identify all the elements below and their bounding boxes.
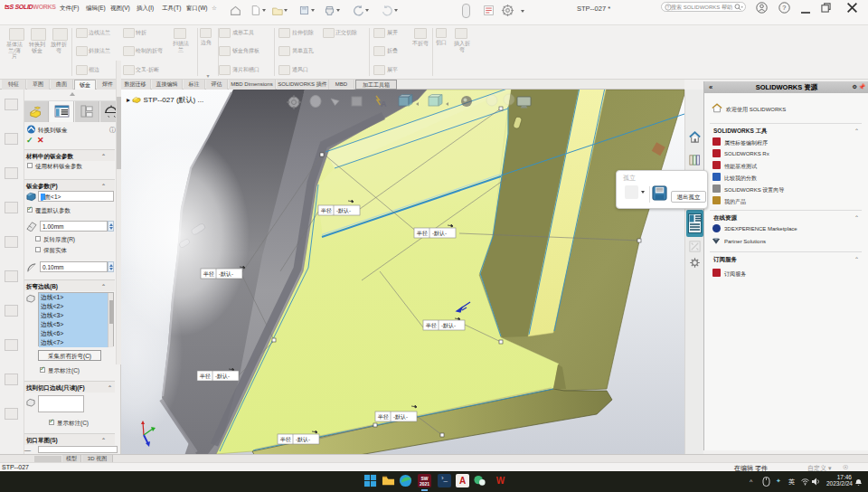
svg-text:半径: 半径	[203, 271, 214, 277]
svg-text:-默认-: -默认-	[215, 374, 230, 379]
svg-text:半径: 半径	[199, 374, 211, 379]
svg-text:半径: 半径	[320, 208, 332, 213]
svg-text:A: A	[381, 99, 387, 109]
svg-text:-默认-: -默认-	[441, 323, 456, 328]
svg-text:-默认-: -默认-	[336, 208, 351, 213]
svg-text:半径: 半径	[377, 414, 389, 420]
svg-text:-默认-: -默认-	[432, 231, 447, 236]
svg-text:半径: 半径	[416, 231, 428, 236]
svg-text:?: ?	[666, 5, 669, 10]
svg-text:半径: 半径	[279, 437, 291, 442]
svg-text:半径: 半径	[425, 323, 437, 328]
svg-text:?: ?	[782, 4, 786, 12]
svg-text:-默认-: -默认-	[393, 414, 408, 420]
svg-text:-默认-: -默认-	[296, 437, 310, 442]
svg-text:-默认-: -默认-	[219, 271, 233, 277]
